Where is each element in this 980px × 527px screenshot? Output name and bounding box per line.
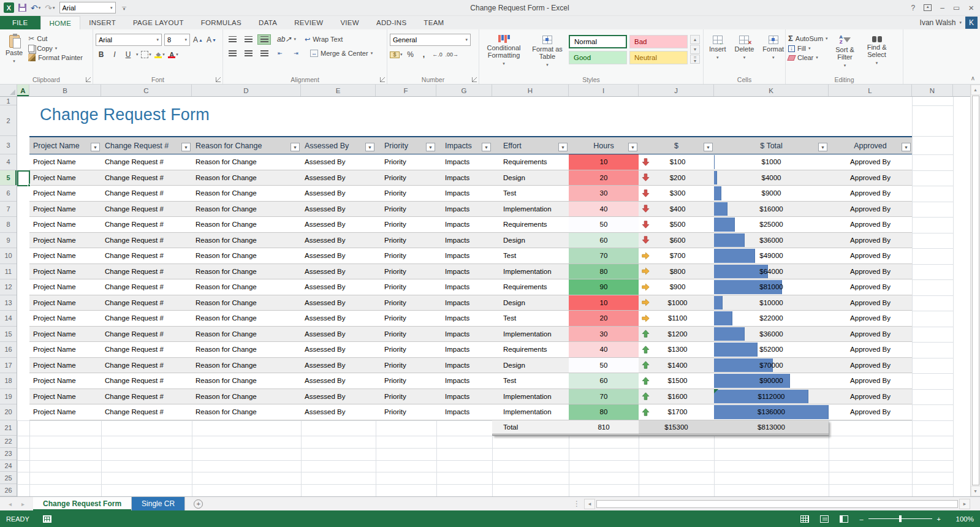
filter-button[interactable]: ▼ <box>558 143 568 151</box>
cell[interactable]: Project Name <box>29 327 101 342</box>
row-header-11[interactable]: 11 <box>0 264 17 280</box>
table-row[interactable]: Project NameChange Request #Reason for C… <box>29 327 912 343</box>
dollar-total-cell[interactable]: $1000 <box>714 154 829 170</box>
increase-indent-button[interactable]: ⇥ <box>289 48 303 58</box>
column-header-G[interactable]: G <box>436 85 492 96</box>
cell[interactable]: Assessed By <box>301 342 376 357</box>
cut-button[interactable]: ✂Cut <box>28 34 83 43</box>
cell[interactable]: Priority <box>376 327 436 342</box>
cell[interactable]: Change Request # <box>101 295 192 311</box>
ribbon-tab-team[interactable]: TEAM <box>415 16 452 29</box>
hours-cell[interactable]: 50 <box>569 217 639 232</box>
cell[interactable]: Assessed By <box>301 404 376 420</box>
grow-font-button[interactable]: A▲ <box>192 34 203 45</box>
delete-cells-button[interactable]: ×Delete▾ <box>732 32 758 74</box>
column-header-D[interactable]: D <box>192 85 301 96</box>
hours-cell[interactable]: 30 <box>569 186 639 201</box>
gallery-down-button[interactable]: ▾ <box>690 45 700 54</box>
cell[interactable]: Assessed By <box>301 295 376 311</box>
cell[interactable]: Impacts <box>436 264 492 279</box>
dollar-total-cell[interactable]: $22000 <box>714 311 829 326</box>
cost-cell[interactable]: $1700 <box>639 404 714 420</box>
cell[interactable]: Assessed By <box>301 279 376 295</box>
cell[interactable]: Change Request # <box>101 279 192 295</box>
filter-button[interactable]: ▼ <box>365 143 374 151</box>
table-header-9[interactable]: $▼ <box>639 137 714 154</box>
cell[interactable]: Impacts <box>436 170 492 186</box>
row-header-13[interactable]: 13 <box>0 295 17 311</box>
dollar-total-cell[interactable]: $36000 <box>714 233 829 248</box>
row-header-16[interactable]: 16 <box>0 342 17 358</box>
dollar-total-cell[interactable]: $64000 <box>714 264 829 279</box>
active-cell-a5[interactable] <box>17 170 30 186</box>
row-header-18[interactable]: 18 <box>0 373 17 389</box>
hours-cell[interactable]: 30 <box>569 327 639 342</box>
italic-button[interactable]: I <box>109 49 120 60</box>
cost-cell[interactable]: $400 <box>639 202 714 217</box>
table-header-1[interactable]: Project Name▼ <box>29 137 101 154</box>
cell[interactable]: Project Name <box>29 389 101 404</box>
undo-button[interactable]: ↶▾ <box>31 3 40 13</box>
middle-align-button[interactable] <box>241 34 255 45</box>
cost-cell[interactable]: $500 <box>639 217 714 232</box>
cell[interactable]: Project Name <box>29 342 101 357</box>
approved-cell[interactable]: Approved By <box>829 295 912 311</box>
horizontal-scroll-thumb[interactable] <box>596 500 958 508</box>
cell[interactable]: Impacts <box>436 217 492 232</box>
column-header-B[interactable]: B <box>29 85 101 96</box>
help-button[interactable]: ? <box>911 4 916 12</box>
cell[interactable]: Design <box>492 358 569 373</box>
ribbon-tab-file[interactable]: FILE <box>0 16 40 29</box>
cell[interactable]: Test <box>492 373 569 389</box>
row-header-14[interactable]: 14 <box>0 311 17 327</box>
table-row[interactable]: Project NameChange Request #Reason for C… <box>29 217 912 233</box>
ribbon-tab-add-ins[interactable]: ADD-INS <box>368 16 415 29</box>
cell[interactable]: Priority <box>376 311 436 326</box>
filter-button[interactable]: ▼ <box>482 143 491 151</box>
row-header-9[interactable]: 9 <box>0 233 17 249</box>
hours-cell[interactable]: 60 <box>569 373 639 389</box>
approved-cell[interactable]: Approved By <box>829 327 912 342</box>
cell[interactable]: Priority <box>376 342 436 357</box>
row-header-12[interactable]: 12 <box>0 279 17 295</box>
cell[interactable]: Priority <box>376 154 436 170</box>
cell[interactable]: Priority <box>376 404 436 420</box>
fill-button[interactable]: ↓Fill▾ <box>788 45 828 52</box>
cell[interactable]: Priority <box>376 186 436 201</box>
cell[interactable]: Implementation <box>492 202 569 217</box>
row-header-24[interactable]: 24 <box>0 460 17 472</box>
cell[interactable]: Reason for Change <box>192 279 301 295</box>
row-header-7[interactable]: 7 <box>0 202 17 218</box>
cell[interactable]: Assessed By <box>301 373 376 389</box>
cost-cell[interactable]: $1000 <box>639 295 714 311</box>
bold-button[interactable]: B <box>96 49 107 60</box>
cell[interactable]: Assessed By <box>301 233 376 248</box>
cell[interactable]: Project Name <box>29 358 101 373</box>
gallery-more-button[interactable]: =▾ <box>690 55 700 64</box>
cell[interactable]: Reason for Change <box>192 389 301 404</box>
sort-filter-button[interactable]: AZ Sort & Filter ▾ <box>830 32 860 74</box>
filter-button[interactable]: ▼ <box>91 143 100 151</box>
cost-cell[interactable]: $800 <box>639 264 714 279</box>
table-row[interactable]: Project NameChange Request #Reason for C… <box>29 373 912 389</box>
dollar-total-cell[interactable]: $112000 <box>714 389 829 404</box>
row-header-5[interactable]: 5 <box>0 170 17 186</box>
column-header-N[interactable]: N <box>912 85 953 96</box>
column-header-I[interactable]: I <box>569 85 639 96</box>
cell[interactable]: Impacts <box>436 248 492 264</box>
table-header-3[interactable]: Reason for Change▼ <box>192 137 301 154</box>
ribbon-tab-home[interactable]: HOME <box>40 16 81 29</box>
row-header-26[interactable]: 26 <box>0 484 17 496</box>
dollar-total-cell[interactable]: $70000 <box>714 358 829 373</box>
hours-cell[interactable]: 80 <box>569 264 639 279</box>
hours-cell[interactable]: 50 <box>569 358 639 373</box>
decrease-decimal-button[interactable]: .00→ <box>446 49 459 60</box>
next-sheet-arrow[interactable]: ▸ <box>21 501 25 507</box>
cell[interactable]: Assessed By <box>301 154 376 170</box>
hours-cell[interactable]: 90 <box>569 279 639 295</box>
column-header-F[interactable]: F <box>376 85 436 96</box>
cell[interactable]: Impacts <box>436 295 492 311</box>
cell[interactable]: Project Name <box>29 233 101 248</box>
dollar-total-cell[interactable]: $90000 <box>714 373 829 389</box>
approved-cell[interactable]: Approved By <box>829 279 912 295</box>
